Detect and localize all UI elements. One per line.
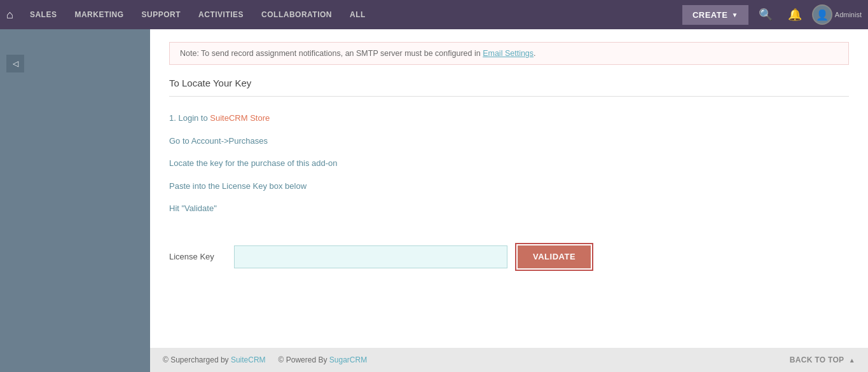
back-to-top-label: BACK TO TOP	[790, 355, 844, 364]
email-settings-link[interactable]: Email Settings	[483, 49, 534, 58]
content-inner: Note: To send record assignment notifica…	[150, 29, 868, 348]
nav-item-support[interactable]: SUPPORT	[133, 0, 190, 29]
license-key-row: License Key VALIDATE	[169, 243, 849, 284]
step-4-text: Paste into the License Key box below	[169, 181, 307, 191]
section-title: To Locate Your Key	[169, 78, 849, 97]
sidebar: ◁	[0, 29, 150, 372]
powered-text: © Powered By SugarCRM	[279, 355, 368, 364]
license-key-label: License Key	[169, 252, 226, 261]
nav-item-marketing[interactable]: MARKETING	[65, 0, 132, 29]
step-5-text: Hit "Validate"	[169, 203, 217, 213]
main-layout: ◁ Note: To send record assignment notifi…	[0, 29, 868, 372]
step-1: 1. Login to SuiteCRM Store	[169, 107, 849, 130]
content-area: Note: To send record assignment notifica…	[150, 29, 868, 372]
step-1-number: 1. Login to	[169, 113, 210, 123]
license-key-input[interactable]	[234, 245, 507, 268]
sidebar-toggle-button[interactable]: ◁	[6, 55, 24, 72]
validate-button[interactable]: VALIDATE	[518, 245, 591, 268]
admin-label: Administ	[835, 11, 862, 18]
step-3: Locate the key for the purchase of this …	[169, 152, 849, 175]
user-avatar[interactable]: 👤	[812, 4, 832, 25]
nav-item-sales[interactable]: SALES	[21, 0, 66, 29]
supercharged-text: © Supercharged by SuiteCRM	[163, 355, 266, 364]
search-icon[interactable]: 🔍	[754, 5, 778, 24]
create-button[interactable]: CREATE ▼	[682, 5, 748, 25]
sidebar-collapse-icon: ◁	[13, 59, 18, 68]
suitecrm-footer-link[interactable]: SuiteCRM	[231, 355, 266, 364]
step-3-text: Locate the key for the purchase of this …	[169, 158, 338, 168]
home-icon[interactable]: ⌂	[6, 8, 13, 22]
notice-bar: Note: To send record assignment notifica…	[169, 42, 849, 65]
step-5: Hit "Validate"	[169, 197, 849, 220]
back-to-top-button[interactable]: BACK TO TOP ▲	[790, 355, 855, 364]
nav-item-all[interactable]: ALL	[341, 0, 375, 29]
step-4: Paste into the License Key box below	[169, 175, 849, 198]
footer: © Supercharged by SuiteCRM © Powered By …	[150, 348, 868, 372]
notifications-icon[interactable]: 🔔	[783, 5, 807, 24]
notice-period: .	[534, 49, 535, 58]
create-label: CREATE	[692, 10, 727, 20]
notice-text: Note: To send record assignment notifica…	[180, 49, 483, 58]
step-2: Go to Account->Purchases	[169, 130, 849, 153]
suitecrm-store-link[interactable]: SuiteCRM Store	[210, 113, 270, 123]
up-arrow-icon: ▲	[849, 357, 855, 364]
nav-item-activities[interactable]: ACTIVITIES	[189, 0, 252, 29]
nav-right-actions: CREATE ▼ 🔍 🔔 👤 Administ	[682, 4, 862, 25]
key-steps: 1. Login to SuiteCRM Store Go to Account…	[169, 107, 849, 233]
footer-left: © Supercharged by SuiteCRM © Powered By …	[163, 355, 367, 364]
top-navigation: ⌂ SALES MARKETING SUPPORT ACTIVITIES COL…	[0, 0, 868, 29]
create-dropdown-arrow: ▼	[731, 11, 738, 18]
sugarcrm-footer-link[interactable]: SugarCRM	[329, 355, 367, 364]
validate-button-wrapper: VALIDATE	[515, 243, 593, 271]
nav-menu: SALES MARKETING SUPPORT ACTIVITIES COLLA…	[21, 0, 682, 29]
step-2-text: Go to Account->Purchases	[169, 136, 268, 146]
nav-item-collaboration[interactable]: COLLABORATION	[252, 0, 341, 29]
